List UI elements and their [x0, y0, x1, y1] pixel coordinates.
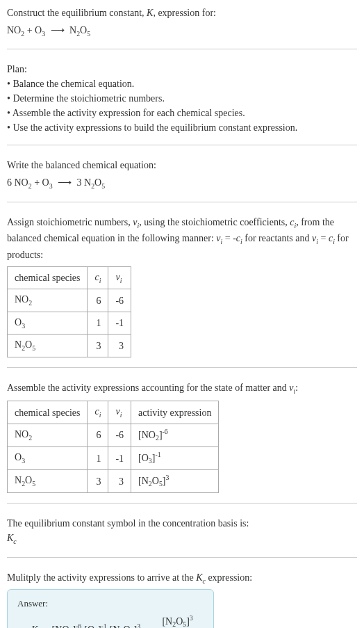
cell-species: NO2 — [8, 289, 88, 312]
plan-list: Balance the chemical equation. Determine… — [7, 77, 357, 135]
plan-title: Plan: — [7, 62, 357, 77]
activity-intro: Assemble the activity expressions accoun… — [7, 380, 357, 396]
plan-item: Use the activity expressions to build th… — [7, 120, 357, 135]
cell-c: 6 — [88, 424, 108, 446]
plan-item: Determine the stoichiometric numbers. — [7, 91, 357, 106]
col-species: chemical species — [8, 266, 88, 289]
answer-box: Answer: Kc = [NO2]-6 [O3]-1 [N2O5]3 = [N… — [7, 589, 214, 628]
col-c: ci — [88, 401, 108, 424]
cell-expr: [NO2]-6 — [131, 424, 219, 446]
cell-v: -1 — [108, 446, 131, 469]
table-row: O3 1 -1 [O3]-1 — [8, 446, 219, 469]
cell-c: 6 — [88, 289, 108, 312]
cell-c: 3 — [88, 335, 108, 357]
activity-table: chemical species ci νi activity expressi… — [7, 401, 219, 493]
cell-species: NO2 — [8, 424, 88, 446]
symbol-line2: Kc — [7, 531, 357, 547]
cell-v: 3 — [108, 470, 131, 493]
cell-v: 3 — [108, 335, 131, 357]
col-v: νi — [108, 401, 131, 424]
header-equation: NO2 + O3 ⟶ N2O5 — [7, 23, 357, 39]
answer-fraction: [N2O5]3 [NO2]6 [O3] — [151, 613, 204, 628]
answer-label: Answer: — [17, 597, 204, 611]
balanced-section: Write the balanced chemical equation: 6 … — [7, 158, 357, 202]
table-row: O3 1 -1 — [8, 312, 131, 334]
cell-species: N2O5 — [8, 335, 88, 357]
cell-v: -1 — [108, 312, 131, 334]
col-v: νi — [108, 266, 131, 289]
cell-species: N2O5 — [8, 470, 88, 493]
header-prompt: Construct the equilibrium constant, K, e… — [7, 6, 357, 20]
multiply-intro: Mulitply the activity expressions to arr… — [7, 570, 357, 586]
col-species: chemical species — [8, 401, 88, 424]
table-header-row: chemical species ci νi — [8, 266, 131, 289]
cell-species: O3 — [8, 446, 88, 469]
plan-item: Assemble the activity expression for eac… — [7, 106, 357, 120]
stoich-section: Assign stoichiometric numbers, νi, using… — [7, 215, 357, 368]
cell-v: -6 — [108, 289, 131, 312]
activity-section: Assemble the activity expressions accoun… — [7, 380, 357, 504]
symbol-section: The equilibrium constant symbol in the c… — [7, 516, 357, 557]
balanced-prompt: Write the balanced chemical equation: — [7, 158, 357, 172]
plan-item: Balance the chemical equation. — [7, 77, 357, 91]
cell-c: 1 — [88, 446, 108, 469]
symbol-line1: The equilibrium constant symbol in the c… — [7, 516, 357, 531]
multiply-section: Mulitply the activity expressions to arr… — [7, 570, 357, 628]
answer-expression: Kc = [NO2]-6 [O3]-1 [N2O5]3 = [N2O5]3 [N… — [17, 613, 204, 628]
cell-expr: [N2O5]3 — [131, 470, 219, 493]
stoich-table: chemical species ci νi NO2 6 -6 O3 1 -1 … — [7, 266, 131, 357]
balanced-equation: 6 NO2 + O3 ⟶ 3 N2O5 — [7, 175, 357, 191]
header-section: Construct the equilibrium constant, K, e… — [7, 6, 357, 49]
table-row: N2O5 3 3 [N2O5]3 — [8, 470, 219, 493]
table-header-row: chemical species ci νi activity expressi… — [8, 401, 219, 424]
table-row: NO2 6 -6 — [8, 289, 131, 312]
cell-c: 1 — [88, 312, 108, 334]
table-row: N2O5 3 3 — [8, 335, 131, 357]
cell-v: -6 — [108, 424, 131, 446]
cell-species: O3 — [8, 312, 88, 334]
plan-section: Plan: Balance the chemical equation. Det… — [7, 62, 357, 145]
col-expr: activity expression — [131, 401, 219, 424]
stoich-intro: Assign stoichiometric numbers, νi, using… — [7, 215, 357, 262]
col-c: ci — [88, 266, 108, 289]
cell-expr: [O3]-1 — [131, 446, 219, 469]
cell-c: 3 — [88, 470, 108, 493]
table-row: NO2 6 -6 [NO2]-6 — [8, 424, 219, 446]
